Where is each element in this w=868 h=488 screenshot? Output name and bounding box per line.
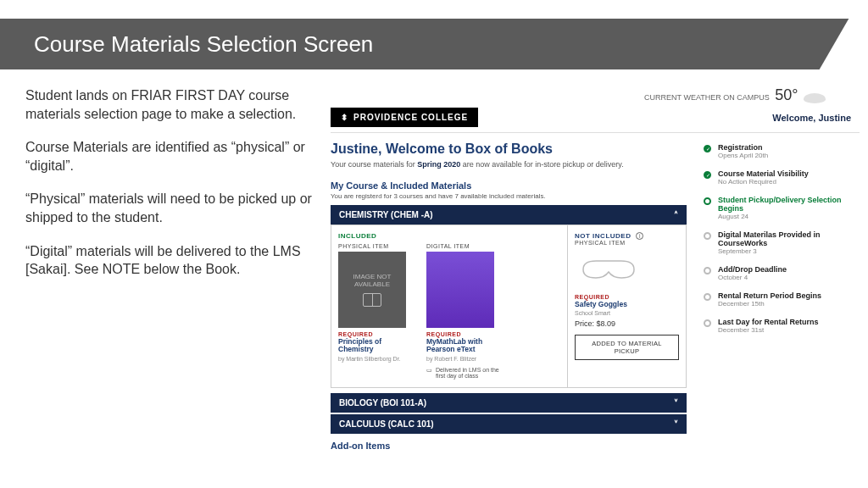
screenshot-panel: CURRENT WEATHER ON CAMPUS 50° ⬍ PROVIDEN… (331, 86, 860, 451)
explanation-column: Student lands on FRIAR FIRST DAY course … (25, 86, 314, 451)
included-label: INCLUDED (338, 232, 376, 240)
thumb-unavailable: IMAGE NOT AVAILABLE (338, 252, 406, 328)
dot-icon (704, 319, 711, 327)
timeline-item: RegistrationOpens April 20th (704, 143, 848, 159)
chevron-up-icon: ˄ (674, 210, 678, 219)
book-icon (363, 293, 381, 307)
timeline-item: Student Pickup/Delivery Selection Begins… (704, 196, 848, 220)
timeline-item: Rental Return Period BeginsDecember 15th (704, 291, 848, 308)
explain-p1: Student lands on FRIAR FIRST DAY course … (25, 86, 314, 123)
materials-section-title: My Course & Included Materials (331, 180, 687, 191)
dot-icon (704, 293, 711, 301)
item-title: MyMathLab with Pearson eText (426, 338, 503, 354)
thumb-mathlab (426, 252, 494, 328)
item-type: DIGITAL ITEM (426, 243, 503, 249)
timeline-item: Add/Drop DeadlineOctober 4 (704, 265, 848, 281)
check-icon (704, 171, 711, 179)
item-type: PHYSICAL ITEM (575, 240, 679, 246)
item-title: Principles of Chemistry (338, 338, 415, 354)
chevron-down-icon: ˅ (674, 398, 678, 408)
divider (331, 132, 860, 133)
course-header-biology[interactable]: BIOLOGY (BOI 101-A) ˅ (331, 393, 687, 413)
addon-items-link[interactable]: Add-on Items (331, 441, 687, 451)
course-header-chemistry[interactable]: CHEMISTRY (CHEM -A) ˄ (331, 205, 687, 225)
required-badge: REQUIRED (575, 294, 679, 300)
college-logo[interactable]: ⬍ PROVIDENCE COLLEGE (331, 108, 478, 127)
lms-note: ▭ Delivered in LMS on the first day of c… (426, 367, 503, 379)
item-price: Price: $8.09 (575, 319, 679, 328)
check-icon (704, 145, 711, 152)
course-body-chemistry: INCLUDED PHYSICAL ITEM IMAGE NOT AVAILAB… (331, 225, 687, 388)
dot-icon (704, 267, 711, 274)
dot-icon (704, 232, 711, 240)
item-type: PHYSICAL ITEM (338, 243, 415, 249)
item-author: School Smart (575, 310, 679, 316)
explain-p3: “Physical” materials will need to be pic… (25, 190, 314, 226)
goggles-icon (579, 257, 638, 282)
cloud-icon (804, 93, 826, 103)
materials-section-sub: You are registerd for 3 courses and have… (331, 192, 687, 200)
not-included-label: NOT INCLUDED (575, 232, 631, 240)
explain-p2: Course Materials are identified as “phys… (25, 138, 314, 175)
added-to-pickup-button[interactable]: ADDED TO MATERIAL PICKUP (575, 335, 679, 360)
monitor-icon: ▭ (426, 367, 432, 374)
weather-label: CURRENT WEATHER ON CAMPUS (644, 93, 770, 102)
item-title: Safety Goggles (575, 301, 679, 308)
item-mathlab[interactable]: DIGITAL ITEM REQUIRED MyMathLab with Pea… (426, 243, 503, 379)
torch-icon: ⬍ (341, 113, 348, 122)
greeting-sub: Your course materials for Spring 2020 ar… (331, 160, 687, 169)
timeline-item: Last Day for Rental ReturnsDecember 31st (704, 318, 848, 334)
timeline-item: Course Material VisibilityNo Action Requ… (704, 169, 848, 186)
info-icon[interactable]: i (636, 232, 643, 240)
course-header-calculus[interactable]: CALCULUS (CALC 101) ˅ (331, 414, 687, 434)
slide-title-bar: Course Materials Selection Screen (0, 19, 868, 69)
college-name: PROVIDENCE COLLEGE (353, 113, 468, 122)
weather-widget: CURRENT WEATHER ON CAMPUS 50° (331, 86, 860, 104)
item-author: by Robert F. Blitzer (426, 356, 503, 362)
required-badge: REQUIRED (338, 331, 415, 337)
explain-p4: “Digital” materials will be delivered to… (25, 242, 314, 279)
dot-icon (704, 197, 711, 205)
timeline-item: Digital Materilas Provided in CourseWork… (704, 230, 848, 255)
course-name: BIOLOGY (BOI 101-A) (339, 398, 426, 408)
item-chem-book[interactable]: PHYSICAL ITEM IMAGE NOT AVAILABLE REQUIR… (338, 243, 415, 379)
required-badge: REQUIRED (426, 331, 503, 337)
welcome-user[interactable]: Welcome, Justine (772, 113, 860, 123)
course-name: CALCULUS (CALC 101) (339, 419, 434, 429)
weather-temp: 50° (775, 86, 798, 104)
timeline: RegistrationOpens April 20th Course Mate… (704, 138, 848, 451)
thumb-goggles (575, 248, 643, 291)
chevron-down-icon: ˅ (674, 419, 678, 429)
course-name: CHEMISTRY (CHEM -A) (339, 210, 433, 219)
greeting-title: Justine, Welcome to Box of Books (331, 141, 687, 157)
item-goggles[interactable]: PHYSICAL ITEM REQUIRED Safety Goggles Sc… (575, 240, 679, 360)
slide-title: Course Materials Selection Screen (34, 31, 373, 58)
item-author: by Martin Silberborg Dr. (338, 356, 415, 362)
